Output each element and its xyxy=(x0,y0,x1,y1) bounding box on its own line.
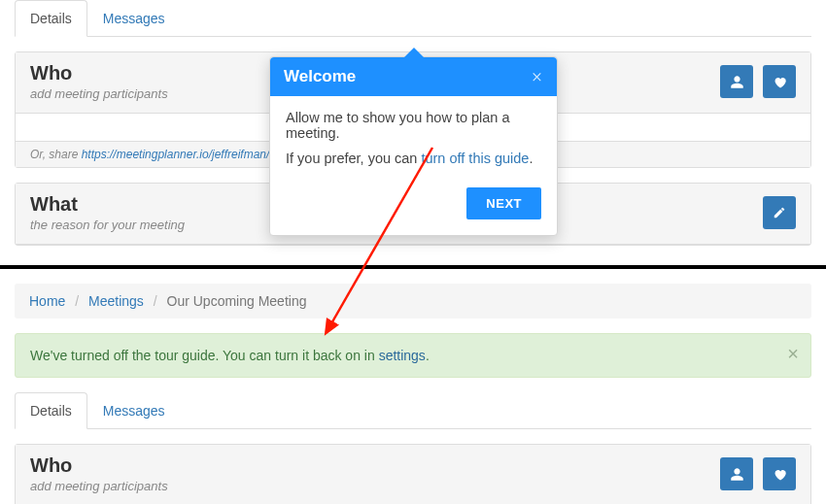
breadcrumb-current: Our Upcoming Meeting xyxy=(167,293,307,309)
heart-icon xyxy=(773,467,787,482)
edit-what-button[interactable] xyxy=(763,196,796,229)
share-url-link[interactable]: https://meetingplanner.io/jeffreifman/4I… xyxy=(82,148,292,161)
section-divider xyxy=(0,265,826,269)
who-title-bottom: Who xyxy=(30,454,168,477)
close-icon xyxy=(531,70,543,83)
tab-details[interactable]: Details xyxy=(15,0,87,37)
popover-title: Welcome xyxy=(284,67,356,86)
what-subtitle: the reason for your meeting xyxy=(30,218,185,232)
welcome-popover: Welcome Allow me to show you how to plan… xyxy=(269,56,558,236)
heart-icon xyxy=(773,75,787,89)
share-prefix: Or, share xyxy=(30,148,82,161)
what-title: What xyxy=(30,193,185,216)
alert-text-prefix: We've turned off the tour guide. You can… xyxy=(30,348,379,363)
panel-who-bottom: Who add meeting participants xyxy=(15,444,811,504)
alert-close-button[interactable]: × xyxy=(787,344,799,363)
alert-success: We've turned off the tour guide. You can… xyxy=(15,333,811,378)
favorite-button-bottom[interactable] xyxy=(763,457,796,490)
breadcrumb-home[interactable]: Home xyxy=(29,293,65,309)
breadcrumb-sep: / xyxy=(148,293,163,309)
next-button[interactable]: NEXT xyxy=(466,187,541,219)
tabs-top: Details Messages xyxy=(15,0,811,37)
popover-line2-suffix: . xyxy=(529,151,533,166)
breadcrumb-sep: / xyxy=(69,293,85,309)
pencil-icon xyxy=(773,206,786,219)
tab-details-bottom[interactable]: Details xyxy=(15,392,87,429)
popover-line2: If you prefer, you can turn off this gui… xyxy=(286,151,541,166)
breadcrumb-meetings[interactable]: Meetings xyxy=(88,293,144,309)
who-title: Who xyxy=(30,62,168,84)
who-subtitle-bottom: add meeting participants xyxy=(30,479,168,493)
breadcrumb: Home / Meetings / Our Upcoming Meeting xyxy=(15,284,811,319)
turn-off-guide-link[interactable]: turn off this guide xyxy=(421,151,529,166)
tab-messages[interactable]: Messages xyxy=(87,0,181,37)
who-subtitle: add meeting participants xyxy=(30,86,168,101)
popover-line2-prefix: If you prefer, you can xyxy=(286,151,421,166)
alert-text-suffix: . xyxy=(426,348,430,363)
popover-arrow xyxy=(404,48,424,57)
person-icon xyxy=(730,467,744,482)
add-participant-button-bottom[interactable] xyxy=(720,457,753,490)
favorite-button[interactable] xyxy=(763,65,796,98)
tab-messages-bottom[interactable]: Messages xyxy=(87,392,181,429)
popover-line1: Allow me to show you how to plan a meeti… xyxy=(286,110,541,141)
tabs-bottom: Details Messages xyxy=(15,392,811,429)
add-participant-button[interactable] xyxy=(720,65,753,98)
person-icon xyxy=(730,75,744,89)
popover-close-button[interactable] xyxy=(531,68,543,85)
settings-link[interactable]: settings xyxy=(379,348,426,363)
